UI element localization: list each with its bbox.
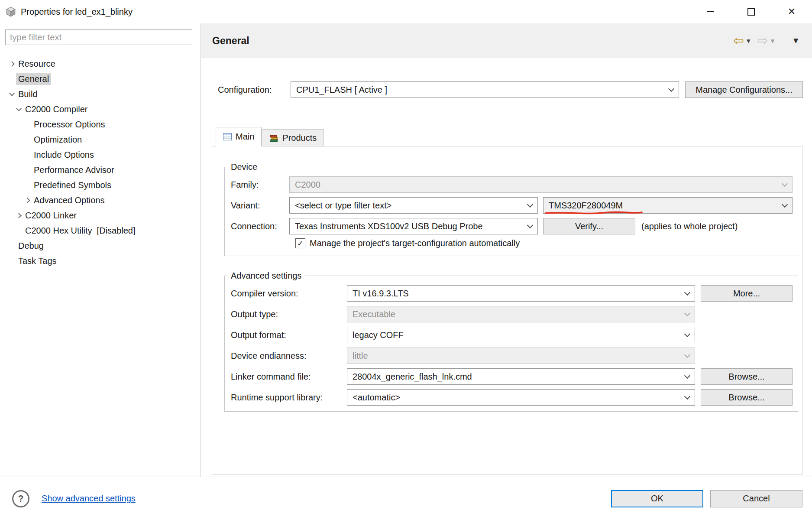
runtime-support-library-row: Runtime support library: <automatic> Bro…	[231, 389, 798, 406]
output-format-value: legacy COFF	[353, 330, 404, 340]
tree-item-processor-options[interactable]: Processor Options	[0, 117, 200, 132]
more-button[interactable]: More...	[701, 285, 793, 302]
dropdown-chevron-icon	[782, 201, 788, 207]
tree-expanded-icon[interactable]	[14, 108, 23, 110]
cancel-button[interactable]: Cancel	[710, 490, 802, 507]
filter-input[interactable]	[5, 29, 192, 45]
products-tab-icon	[269, 134, 278, 142]
tree-item-task-tags[interactable]: Task Tags	[0, 254, 200, 269]
ok-button[interactable]: OK	[611, 490, 703, 507]
general-page: Configuration: CPU1_FLASH [ Active ] Man…	[201, 58, 812, 477]
tab-main[interactable]: Main	[216, 127, 262, 146]
configuration-row: Configuration: CPU1_FLASH [ Active ] Man…	[218, 81, 803, 98]
tree-expanded-icon[interactable]	[7, 93, 16, 95]
tab-products-label: Products	[282, 133, 317, 143]
tab-main-label: Main	[236, 132, 254, 142]
show-advanced-settings-link[interactable]: Show advanced settings	[42, 494, 136, 504]
main-panel: General ⇦ ▾ ⇨ ▾ ▼ Configuration: CPU1_FL…	[201, 23, 812, 477]
family-value: C2000	[295, 180, 320, 190]
variant-select[interactable]: TMS320F280049M	[543, 197, 793, 214]
main-tab-icon	[223, 133, 232, 140]
family-label: Family:	[231, 180, 289, 190]
output-type-label: Output type:	[231, 309, 347, 319]
help-icon[interactable]: ?	[12, 490, 29, 507]
history-navigation: ⇦ ▾ ⇨ ▾ ▼	[733, 34, 800, 47]
dropdown-chevron-icon	[684, 351, 690, 358]
titlebar: Properties for led_ex1_blinky ✕	[0, 0, 812, 23]
runtime-support-library-select[interactable]: <automatic>	[347, 389, 695, 406]
minimize-button[interactable]	[690, 0, 731, 23]
verify-button[interactable]: Verify...	[543, 218, 635, 234]
connection-note: (applies to whole project)	[641, 221, 738, 231]
tree-item-label: Debug	[16, 240, 46, 252]
linker-command-file-select[interactable]: 28004x_generic_flash_lnk.cmd	[347, 368, 695, 385]
compiler-version-value: TI v16.9.3.LTS	[353, 289, 409, 299]
tab-products[interactable]: Products	[262, 129, 324, 146]
tree-item-label: General	[16, 73, 51, 85]
device-endianness-label: Device endianness:	[231, 351, 347, 361]
linker-command-file-row: Linker command file: 28004x_generic_flas…	[231, 368, 798, 385]
sidebar: Resource General Build C2000 Compiler Pr…	[0, 23, 201, 477]
connection-select[interactable]: Texas Instruments XDS100v2 USB Debug Pro…	[289, 218, 538, 234]
configuration-select[interactable]: CPU1_FLASH [ Active ]	[291, 81, 679, 98]
maximize-icon	[747, 8, 755, 16]
tree-collapsed-icon[interactable]	[14, 214, 23, 218]
runtime-browse-button[interactable]: Browse...	[701, 389, 793, 406]
nav-back-menu-icon[interactable]: ▾	[747, 36, 751, 46]
tree-item-label: C2000 Linker	[23, 210, 79, 221]
runtime-support-library-value: <automatic>	[353, 393, 400, 403]
tree-item-c2000-compiler[interactable]: C2000 Compiler	[0, 102, 200, 117]
dropdown-chevron-icon	[684, 393, 690, 399]
tree-item-label: Performance Advisor	[32, 164, 116, 176]
window-controls: ✕	[690, 0, 812, 23]
tree-item-label: C2000 Hex Utility [Disabled]	[23, 225, 138, 237]
dropdown-chevron-icon	[527, 222, 533, 228]
variant-value: TMS320F280049M	[549, 201, 623, 211]
tree-item-resource[interactable]: Resource	[0, 56, 200, 72]
tree-item-performance-advisor[interactable]: Performance Advisor	[0, 162, 200, 178]
tree-item-general[interactable]: General	[0, 72, 200, 87]
tree-collapsed-icon[interactable]	[7, 62, 16, 66]
tree-item-c2000-linker[interactable]: C2000 Linker	[0, 208, 200, 223]
tree-item-c2000-hex-utility[interactable]: C2000 Hex Utility [Disabled]	[0, 223, 200, 238]
compiler-version-select[interactable]: TI v16.9.3.LTS	[347, 285, 695, 302]
dropdown-chevron-icon	[782, 180, 788, 186]
auto-manage-label[interactable]: Manage the project's target-configuratio…	[310, 238, 520, 248]
compiler-version-label: Compiler version:	[231, 289, 347, 299]
nav-forward-menu-icon: ▾	[771, 36, 775, 46]
tree-item-debug[interactable]: Debug	[0, 238, 200, 254]
tree-item-build[interactable]: Build	[0, 87, 200, 102]
device-endianness-value: little	[353, 351, 368, 361]
variant-filter-select[interactable]: <select or type filter text>	[289, 197, 538, 214]
linker-browse-button[interactable]: Browse...	[701, 368, 793, 385]
device-group: Device Family: C2000 Variant: <select or…	[224, 162, 798, 256]
dropdown-chevron-icon	[684, 310, 690, 316]
tree-item-include-options[interactable]: Include Options	[0, 147, 200, 162]
close-button[interactable]: ✕	[771, 0, 812, 23]
advanced-settings-group: Advanced settings Compiler version: TI v…	[224, 271, 798, 412]
output-format-row: Output format: legacy COFF	[231, 327, 798, 343]
output-type-row: Output type: Executable	[231, 306, 798, 322]
output-format-select[interactable]: legacy COFF	[347, 327, 695, 343]
dropdown-chevron-icon	[668, 85, 674, 91]
tree-collapsed-icon[interactable]	[23, 198, 32, 202]
dropdown-chevron-icon	[684, 331, 690, 337]
output-type-value: Executable	[353, 309, 395, 319]
tree-item-optimization[interactable]: Optimization	[0, 132, 200, 147]
tree-item-predefined-symbols[interactable]: Predefined Symbols	[0, 178, 200, 193]
maximize-button[interactable]	[731, 0, 771, 23]
tree-item-label: C2000 Compiler	[23, 104, 90, 115]
family-row: Family: C2000	[231, 176, 798, 193]
view-menu-icon[interactable]: ▼	[792, 36, 800, 46]
tree-item-advanced-options[interactable]: Advanced Options	[0, 193, 200, 208]
auto-manage-checkbox[interactable]: ✓	[295, 238, 305, 248]
manage-configurations-button[interactable]: Manage Configurations...	[685, 81, 803, 98]
variant-filter-value: <select or type filter text>	[295, 201, 391, 211]
connection-label: Connection:	[231, 221, 289, 231]
output-type-select: Executable	[347, 306, 695, 322]
dropdown-chevron-icon	[527, 201, 533, 207]
page-title: General	[212, 35, 249, 47]
nav-back-icon[interactable]: ⇦	[733, 34, 744, 47]
tree-item-label: Include Options	[32, 149, 96, 161]
minimize-icon	[707, 11, 714, 12]
